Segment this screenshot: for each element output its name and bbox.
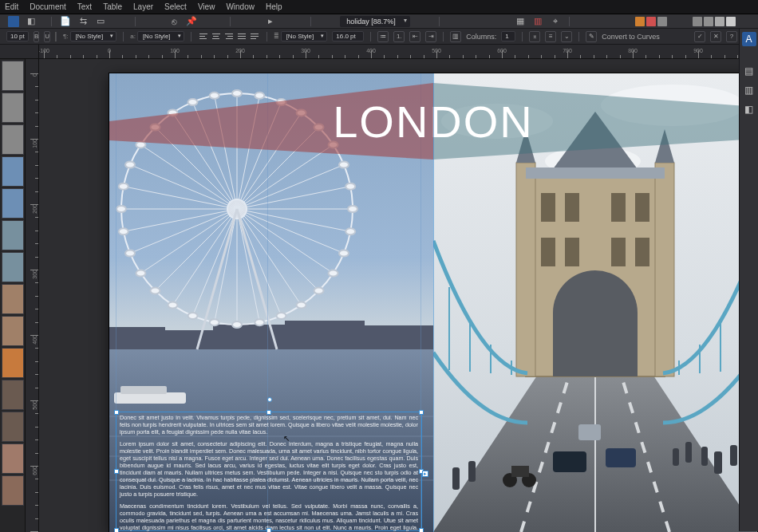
bold-toggle[interactable]: B: [34, 31, 39, 42]
align-distribute-icons[interactable]: [635, 17, 667, 26]
ruler-label: 100: [33, 139, 38, 148]
text-flow-out-port[interactable]: ▸: [422, 471, 428, 477]
underline-toggle[interactable]: U: [44, 31, 50, 42]
page-spread[interactable]: Donec sit amet justo in velit. Vivamus t…: [109, 73, 757, 532]
ruler-label: 0: [108, 48, 111, 53]
stock-thumbnail[interactable]: [2, 284, 24, 314]
indent-more-button[interactable]: ⇥: [425, 31, 436, 42]
persona-designer-icon[interactable]: [8, 16, 19, 27]
document-tab[interactable]: holiday [88.7%]: [340, 16, 410, 27]
svg-point-56: [210, 93, 219, 99]
app-logo-icon[interactable]: A: [742, 32, 756, 46]
help-icon[interactable]: ?: [726, 31, 737, 42]
stock-thumbnail[interactable]: [2, 156, 24, 187]
preflight-check-icon[interactable]: ✓: [694, 31, 705, 42]
stock-thumbnail[interactable]: [2, 220, 24, 250]
svg-point-18: [314, 288, 324, 294]
ruler-label: 300: [301, 48, 310, 53]
menu-layer[interactable]: Layer: [133, 2, 153, 11]
arrange-order-icons[interactable]: [693, 17, 736, 26]
align-center-button[interactable]: [211, 31, 222, 42]
align-right-icon[interactable]: [657, 17, 667, 26]
svg-point-52: [168, 109, 177, 116]
menu-table[interactable]: Table: [103, 2, 122, 11]
order-forward-icon[interactable]: [715, 17, 724, 26]
menu-document[interactable]: Document: [30, 2, 66, 11]
columns-label: Columns:: [466, 33, 496, 41]
menu-help[interactable]: Help: [266, 2, 282, 11]
svg-point-70: [339, 162, 349, 168]
horizontal-ruler[interactable]: -1000100200300400500600700800900: [0, 45, 758, 59]
stock-panel[interactable]: [0, 59, 26, 532]
stock-thumbnail[interactable]: [2, 188, 24, 219]
anchor-icon[interactable]: ⎋: [168, 16, 180, 27]
svg-rect-95: [526, 167, 665, 179]
ruler-origin[interactable]: [0, 45, 39, 58]
stock-thumbnail[interactable]: [2, 124, 24, 155]
spine-guide: [433, 73, 434, 532]
svg-point-54: [188, 99, 198, 105]
preflight-cross-icon[interactable]: ✕: [710, 31, 721, 42]
columns-field[interactable]: 1: [501, 31, 515, 41]
snapping-icon[interactable]: ⌖: [550, 16, 561, 27]
stock-thumbnail[interactable]: [2, 475, 24, 506]
character-style-dropdown[interactable]: [No Style]: [137, 31, 184, 41]
stock-thumbnail[interactable]: [2, 252, 24, 282]
vertical-align-bottom[interactable]: ⌄: [561, 31, 572, 42]
stock-thumbnail[interactable]: [2, 412, 24, 442]
align-left-button[interactable]: [198, 31, 209, 42]
stock-thumbnail[interactable]: [2, 380, 24, 410]
menu-window[interactable]: Window: [226, 2, 255, 11]
assets-panel-icon[interactable]: ◧: [742, 102, 756, 116]
svg-point-16: [329, 270, 338, 277]
layers-panel-icon[interactable]: ▤: [742, 64, 756, 78]
align-justify-button[interactable]: [236, 31, 247, 42]
svg-point-28: [210, 319, 219, 325]
vertical-align-center[interactable]: ≡: [545, 31, 556, 42]
ruler-label: 300: [33, 270, 38, 279]
vertical-ruler[interactable]: 0100200300400500600700: [26, 59, 39, 532]
rotation-handle[interactable]: [267, 397, 272, 402]
group-icon[interactable]: ▭: [95, 16, 106, 27]
stock-thumbnail[interactable]: [2, 443, 24, 474]
bullet-list-button[interactable]: ≔: [377, 31, 389, 42]
order-back-icon[interactable]: [693, 17, 702, 26]
grid-toggle-icon[interactable]: ▦: [515, 16, 526, 27]
menu-view[interactable]: View: [198, 2, 215, 11]
convert-to-curves-icon[interactable]: ✎: [586, 31, 597, 42]
align-right-button[interactable]: [223, 31, 235, 42]
menu-select[interactable]: Select: [164, 2, 187, 11]
pin-icon[interactable]: 📌: [186, 16, 197, 27]
ruler-label: 100: [170, 48, 180, 53]
svg-rect-106: [730, 445, 737, 466]
baseline-grid-icon[interactable]: ▥: [532, 16, 543, 27]
order-backward-icon[interactable]: [704, 17, 713, 26]
convert-to-curves-label[interactable]: Convert to Curves: [602, 33, 660, 41]
align-justify-all-button[interactable]: [249, 31, 260, 42]
align-left-icon[interactable]: [635, 17, 645, 26]
leading-dropdown[interactable]: [No Style]: [281, 31, 328, 41]
menu-text[interactable]: Text: [77, 2, 92, 11]
persona-frame-icon[interactable]: ◧: [26, 16, 37, 27]
play-icon[interactable]: ▸: [265, 16, 276, 27]
stock-thumbnail[interactable]: [2, 61, 24, 91]
menu-edit[interactable]: Edit: [5, 2, 18, 11]
file-open-icon[interactable]: 📄: [60, 16, 71, 27]
order-front-icon[interactable]: [726, 17, 736, 26]
paragraph-style-dropdown[interactable]: [No Style]: [70, 31, 117, 41]
stock-thumbnail[interactable]: [2, 93, 24, 123]
stock-thumbnail[interactable]: [2, 316, 24, 346]
stock-thumbnail[interactable]: [2, 348, 24, 378]
arrange-icon[interactable]: ⇆: [77, 16, 89, 27]
body-text[interactable]: Donec sit amet justo in velit. Vivamus t…: [116, 412, 421, 532]
svg-point-40: [119, 228, 128, 234]
font-size-field[interactable]: 10 pt: [6, 31, 29, 41]
align-center-icon[interactable]: [646, 17, 656, 26]
vertical-align-top[interactable]: ⌅: [529, 31, 540, 42]
indent-less-button[interactable]: ⇤: [409, 31, 420, 42]
body-text-frame[interactable]: Donec sit amet justo in velit. Vivamus t…: [116, 412, 422, 531]
pages-panel-icon[interactable]: ▥: [742, 83, 756, 97]
indent-field[interactable]: 16.0 pt: [332, 31, 364, 41]
canvas[interactable]: Donec sit amet justo in velit. Vivamus t…: [39, 59, 758, 532]
number-list-button[interactable]: 1.: [393, 31, 405, 42]
